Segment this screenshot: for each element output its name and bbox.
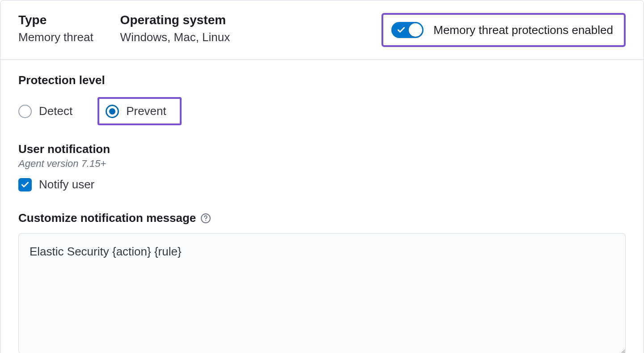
protections-toggle-highlight: Memory threat protections enabled [381,13,626,47]
svg-point-1 [205,220,206,221]
user-notification-title: User notification [18,142,626,156]
os-group: Operating system Windows, Mac, Linux [120,13,230,45]
memory-threat-panel: Type Memory threat Operating system Wind… [0,0,644,353]
notify-user-checkbox[interactable]: Notify user [18,178,94,191]
radio-detect-label: Detect [39,104,72,118]
check-icon [21,180,30,189]
panel-body: Protection level Detect Prevent User not… [0,60,644,353]
check-icon [397,26,406,34]
protection-level-options: Detect Prevent [18,97,626,125]
radio-prevent-highlight: Prevent [97,97,182,125]
radio-detect-control [18,105,32,118]
os-value: Windows, Mac, Linux [120,30,230,45]
notification-message-input[interactable] [18,233,626,353]
customize-message-title: Customize notification message [18,211,196,225]
panel-header: Type Memory threat Operating system Wind… [0,0,644,60]
radio-prevent-control [106,105,119,118]
question-circle-icon[interactable] [200,213,211,224]
radio-prevent-label: Prevent [126,104,166,118]
notify-user-checkbox-control [18,178,32,191]
notify-user-label: Notify user [39,178,94,191]
type-group: Type Memory threat [18,13,93,45]
protections-toggle[interactable] [391,22,424,38]
radio-prevent[interactable]: Prevent [106,104,166,118]
radio-detect[interactable]: Detect [18,104,72,118]
user-notification-subtitle: Agent version 7.15+ [18,158,626,170]
type-value: Memory threat [18,30,93,45]
protection-level-title: Protection level [18,73,626,87]
type-label: Type [18,13,93,27]
toggle-knob [409,23,422,37]
os-label: Operating system [120,13,230,27]
protections-toggle-label: Memory threat protections enabled [433,23,613,37]
customize-message-header: Customize notification message [18,211,626,225]
